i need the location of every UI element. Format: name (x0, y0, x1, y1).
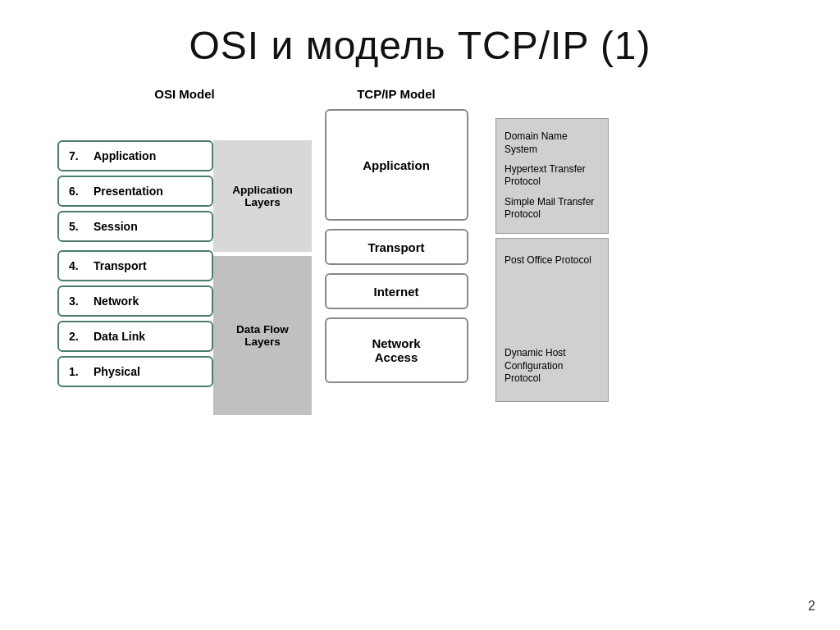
page-title: OSI и модель TCP/IP (1) (0, 0, 840, 83)
layer-num-2: 2. (69, 330, 84, 343)
tcpip-model-header: TCP/IP Model (318, 87, 474, 101)
layer-num-6: 6. (69, 185, 84, 198)
layer-num-1: 1. (69, 365, 84, 378)
layer-num-7: 7. (69, 149, 84, 162)
page-number: 2 (808, 599, 815, 614)
osi-layer-5: 5. Session (57, 211, 213, 242)
protocol-pop: Post Office Protocol (504, 254, 600, 267)
layer-name-6: Presentation (94, 185, 163, 198)
osi-layer-7: 7. Application (57, 140, 213, 171)
osi-layer-3: 3. Network (57, 285, 213, 317)
osi-model-header: OSI Model (107, 87, 262, 101)
layer-num-3: 3. (69, 294, 84, 308)
layer-num-5: 5. (69, 220, 84, 233)
layer-name-4: Transport (94, 259, 147, 272)
layer-name-7: Application (94, 149, 156, 162)
tcpip-application: Application (325, 109, 468, 221)
layer-name-1: Physical (94, 365, 140, 378)
layer-num-4: 4. (69, 259, 84, 272)
protocol-smtp: Simple Mail Transfer Protocol (504, 196, 600, 221)
osi-layer-6: 6. Presentation (57, 176, 213, 207)
osi-layer-1: 1. Physical (57, 356, 213, 387)
layer-name-2: Data Link (94, 330, 145, 343)
layer-name-3: Network (94, 294, 139, 308)
protocol-dhcp: Dynamic Host Configuration Protocol (504, 347, 600, 386)
tcpip-transport: Transport (325, 229, 468, 265)
tcpip-network-access: NetworkAccess (325, 317, 468, 383)
data-flow-layers-label: Data FlowLayers (213, 256, 312, 415)
app-layers-label: ApplicationLayers (213, 140, 312, 252)
osi-layer-2: 2. Data Link (57, 321, 213, 352)
layer-name-5: Session (94, 220, 138, 233)
tcpip-internet: Internet (325, 273, 468, 309)
protocol-dns: Domain Name System (504, 130, 600, 156)
protocol-http: Hypertext Transfer Protocol (504, 163, 600, 189)
osi-layer-4: 4. Transport (57, 250, 213, 281)
